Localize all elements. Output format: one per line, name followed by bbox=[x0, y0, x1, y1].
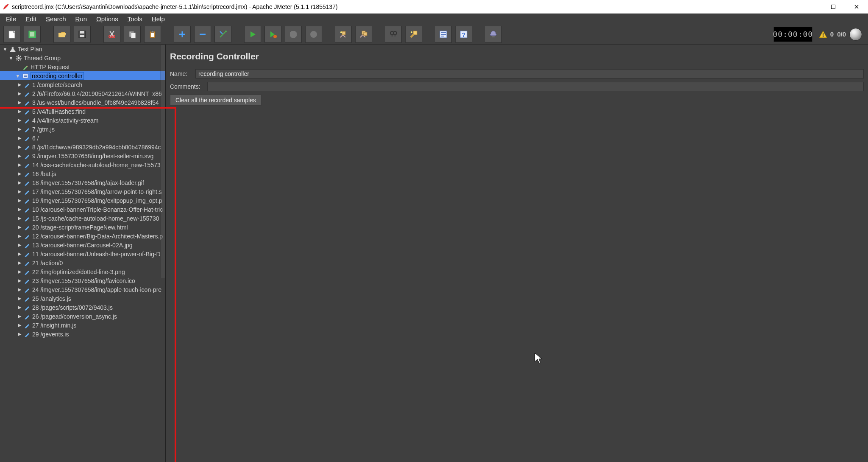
comments-input[interactable] bbox=[207, 82, 864, 91]
tree-recording-controller[interactable]: ▼recording controller bbox=[0, 71, 165, 80]
toolbar-search-icon[interactable] bbox=[385, 26, 402, 43]
tree-sample[interactable]: ▶3 /us-west/bundles/bundle_0fb8f49e249b8… bbox=[0, 98, 165, 107]
tree-sample[interactable]: ▶10 /carousel-banner/Triple-Bonanza-Offe… bbox=[0, 205, 165, 214]
menu-help[interactable]: Help bbox=[147, 14, 169, 23]
tree-expand-icon[interactable]: ▶ bbox=[17, 224, 22, 230]
tree-sample[interactable]: ▶5 /v4/fullHashes:find bbox=[0, 107, 165, 116]
tree-sample[interactable]: ▶22 /img/optimized/dotted-line-3.png bbox=[0, 267, 165, 276]
tree-expand-icon[interactable]: ▶ bbox=[17, 251, 22, 257]
tree-expand-icon[interactable]: ▶ bbox=[17, 322, 22, 328]
window-maximize-button[interactable] bbox=[821, 0, 845, 14]
tree-sample[interactable]: ▶4 /v4/links/activity-stream bbox=[0, 116, 165, 125]
window-close-button[interactable] bbox=[845, 0, 868, 14]
tree-sample[interactable]: ▶2 /6/Firefox/66.0.4/20190504212614/WINN… bbox=[0, 89, 165, 98]
tree-expand-icon[interactable]: ▶ bbox=[17, 109, 22, 114]
tree-expand-icon[interactable]: ▶ bbox=[17, 314, 22, 319]
tree-expand-icon[interactable]: ▶ bbox=[17, 260, 22, 266]
toolbar-cut-icon[interactable] bbox=[103, 26, 120, 43]
tree-expand-icon[interactable]: ▼ bbox=[15, 73, 20, 78]
toolbar-function-helper-icon[interactable] bbox=[435, 26, 452, 43]
tree-sample[interactable]: ▶28 /pages/scripts/0072/9403.js bbox=[0, 303, 165, 312]
clear-recorded-button[interactable]: Clear all the recorded samples bbox=[170, 95, 262, 106]
toolbar-heapdump-icon[interactable] bbox=[485, 26, 502, 43]
tree-expand-icon[interactable]: ▶ bbox=[17, 82, 22, 87]
tree-sample[interactable]: ▶23 /imgver.1557307658/img/favicon.ico bbox=[0, 276, 165, 285]
menu-tools[interactable]: Tools bbox=[123, 14, 147, 23]
tree-sample[interactable]: ▶29 /gevents.is bbox=[0, 330, 165, 339]
tree-expand-icon[interactable]: ▶ bbox=[17, 126, 22, 132]
tree-thread-group[interactable]: ▼Thread Group bbox=[0, 53, 165, 62]
tree-sample[interactable]: ▶12 /carousel-banner/Big-Data-Architect-… bbox=[0, 232, 165, 241]
menu-search[interactable]: Search bbox=[42, 14, 70, 23]
toolbar-shutdown-icon[interactable] bbox=[305, 26, 322, 43]
tree-expand-icon[interactable]: ▶ bbox=[17, 296, 22, 301]
tree-sample[interactable]: ▶14 /css-cache/cache-autoload-home_new-1… bbox=[0, 160, 165, 169]
tree-sample[interactable]: ▶1 /complete/search bbox=[0, 80, 165, 89]
tree-expand-icon[interactable]: ▶ bbox=[17, 207, 22, 212]
tree-sample[interactable]: ▶21 /action/0 bbox=[0, 258, 165, 267]
tree-expand-icon[interactable]: ▶ bbox=[17, 269, 22, 274]
tree-expand-icon[interactable]: ▶ bbox=[17, 216, 22, 221]
tree-sample[interactable]: ▶24 /imgver.1557307658/img/apple-touch-i… bbox=[0, 285, 165, 294]
tree-sample[interactable]: ▶16 /bat.js bbox=[0, 169, 165, 178]
tree-sample[interactable]: ▶19 /imgver.1557307658/img/exitpopup_img… bbox=[0, 196, 165, 205]
menu-options[interactable]: Options bbox=[92, 14, 122, 23]
tree-expand-icon[interactable]: ▼ bbox=[3, 47, 8, 52]
toolbar-paste-icon[interactable] bbox=[144, 26, 161, 43]
tree-sample[interactable]: ▶15 /js-cache/cache-autoload-home_new-15… bbox=[0, 214, 165, 223]
tree-expand-icon[interactable]: ▶ bbox=[17, 189, 22, 194]
tree-expand-icon[interactable]: ▶ bbox=[17, 305, 22, 310]
tree-expand-icon[interactable]: ▶ bbox=[17, 331, 22, 337]
tree-scrollbar[interactable] bbox=[160, 45, 165, 278]
tree-test-plan[interactable]: ▼Test Plan bbox=[0, 45, 165, 53]
toolbar-start-no-pause-icon[interactable] bbox=[264, 26, 281, 43]
tree-expand-icon[interactable]: ▶ bbox=[17, 135, 22, 141]
toolbar-expand-icon[interactable] bbox=[174, 26, 191, 43]
warning-indicator[interactable]: 0 bbox=[818, 30, 834, 39]
tree-sample[interactable]: ▶18 /imgver.1557307658/img/ajax-loader.g… bbox=[0, 178, 165, 187]
tree-expand-icon[interactable]: ▼ bbox=[8, 56, 14, 61]
toolbar-open-icon[interactable] bbox=[53, 26, 70, 43]
tree-sample[interactable]: ▶6 / bbox=[0, 134, 165, 143]
tree-expand-icon[interactable]: ▶ bbox=[17, 118, 22, 123]
window-minimize-button[interactable] bbox=[798, 0, 821, 14]
name-input[interactable] bbox=[195, 69, 864, 78]
toolbar-save-icon[interactable] bbox=[74, 26, 91, 43]
tree-sample[interactable]: ▶25 /analytics.js bbox=[0, 294, 165, 303]
toolbar-stop-icon[interactable] bbox=[285, 26, 302, 43]
tree-expand-icon[interactable]: ▶ bbox=[17, 171, 22, 176]
tree-sample[interactable]: ▶26 /pagead/conversion_async.js bbox=[0, 312, 165, 321]
tree-sample[interactable]: ▶20 /stage-script/framePageNew.html bbox=[0, 223, 165, 232]
tree-expand-icon[interactable]: ▶ bbox=[17, 100, 22, 105]
toolbar-templates-icon[interactable] bbox=[24, 26, 41, 43]
toolbar-toggle-icon[interactable] bbox=[214, 26, 231, 43]
tree-sample[interactable]: ▶9 /imgver.1557307658/img/best-seller-mi… bbox=[0, 151, 165, 160]
toolbar-collapse-icon[interactable] bbox=[194, 26, 211, 43]
tree-expand-icon[interactable]: ▶ bbox=[17, 233, 22, 239]
toolbar-copy-icon[interactable] bbox=[124, 26, 141, 43]
tree-http-request[interactable]: HTTP Request bbox=[0, 62, 165, 71]
menu-file[interactable]: File bbox=[2, 14, 20, 23]
tree-expand-icon[interactable]: ▶ bbox=[17, 91, 22, 96]
toolbar-clear-all-icon[interactable] bbox=[355, 26, 372, 43]
toolbar-reset-search-icon[interactable] bbox=[405, 26, 422, 43]
menu-run[interactable]: Run bbox=[71, 14, 92, 23]
toolbar-start-icon[interactable] bbox=[244, 26, 261, 43]
tree-expand-icon[interactable]: ▶ bbox=[17, 144, 22, 150]
tree-expand-icon[interactable]: ▶ bbox=[17, 153, 22, 159]
toolbar-clear-icon[interactable] bbox=[335, 26, 352, 43]
tree-sample[interactable]: ▶27 /insight.min.js bbox=[0, 321, 165, 330]
tree-sample[interactable]: ▶17 /imgver.1557307658/img/arrow-point-t… bbox=[0, 187, 165, 196]
tree-expand-icon[interactable]: ▶ bbox=[17, 198, 22, 203]
tree-expand-icon[interactable]: ▶ bbox=[17, 278, 22, 283]
tree-expand-icon[interactable]: ▶ bbox=[17, 242, 22, 248]
toolbar-help-icon[interactable]: ? bbox=[455, 26, 472, 43]
tree-sample[interactable]: ▶11 /carousel-banner/Unleash-the-power-o… bbox=[0, 249, 165, 258]
menu-edit[interactable]: Edit bbox=[21, 14, 41, 23]
tree-expand-icon[interactable]: ▶ bbox=[17, 180, 22, 185]
tree-expand-icon[interactable]: ▶ bbox=[17, 287, 22, 292]
globe-icon[interactable] bbox=[849, 28, 862, 41]
tree-sample[interactable]: ▶13 /carousel-banner/Carousel-02A.jpg bbox=[0, 241, 165, 249]
tree-sample[interactable]: ▶7 /gtm.js bbox=[0, 125, 165, 134]
tree-expand-icon[interactable]: ▶ bbox=[17, 162, 22, 168]
